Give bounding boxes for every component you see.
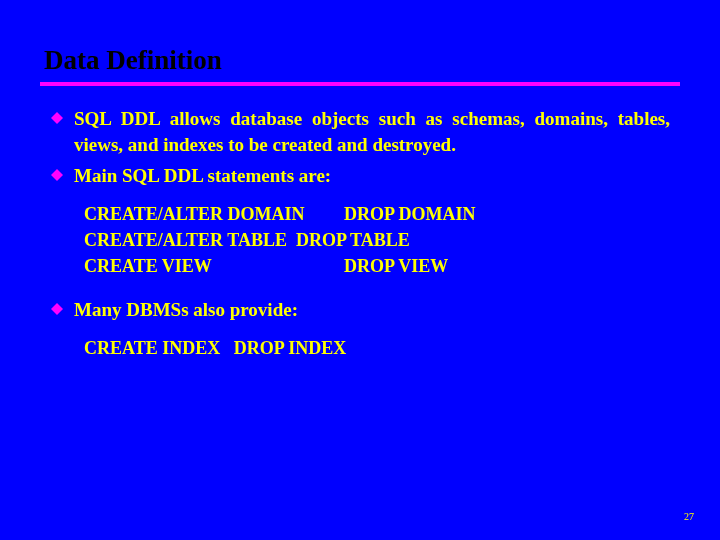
page-title: Data Definition — [40, 45, 680, 82]
slide-container: Data Definition SQL DDL allows database … — [0, 0, 720, 540]
bullet-text: Main SQL DDL statements are: — [74, 163, 670, 189]
page-number: 27 — [684, 511, 694, 522]
statement-block: CREATE INDEX DROP INDEX — [84, 335, 670, 361]
bullet-item: Main SQL DDL statements are: — [50, 163, 670, 189]
svg-marker-2 — [51, 303, 63, 315]
bullet-text: SQL DDL allows database objects such as … — [74, 106, 670, 157]
diamond-bullet-icon — [50, 111, 64, 125]
title-underline — [40, 82, 680, 86]
statement-cell: CREATE/ALTER DOMAIN — [84, 201, 344, 227]
title-block: Data Definition — [40, 45, 680, 86]
statement-row: CREATE VIEWDROP VIEW — [84, 253, 670, 279]
statement-row: CREATE INDEX DROP INDEX — [84, 335, 670, 361]
statement-row: CREATE/ALTER TABLE DROP TABLE — [84, 227, 670, 253]
bullet-item: Many DBMSs also provide: — [50, 297, 670, 323]
statement-block: CREATE/ALTER DOMAINDROP DOMAIN CREATE/AL… — [84, 201, 670, 279]
statement-cell: DROP VIEW — [344, 256, 448, 276]
statement-cell: CREATE VIEW — [84, 253, 344, 279]
diamond-bullet-icon — [50, 302, 64, 316]
statement-row: CREATE/ALTER DOMAINDROP DOMAIN — [84, 201, 670, 227]
bullet-text: Many DBMSs also provide: — [74, 297, 670, 323]
svg-marker-0 — [51, 112, 63, 124]
diamond-bullet-icon — [50, 168, 64, 182]
svg-marker-1 — [51, 169, 63, 181]
content-area: SQL DDL allows database objects such as … — [40, 106, 680, 361]
statement-cell: DROP DOMAIN — [344, 204, 476, 224]
bullet-item: SQL DDL allows database objects such as … — [50, 106, 670, 157]
